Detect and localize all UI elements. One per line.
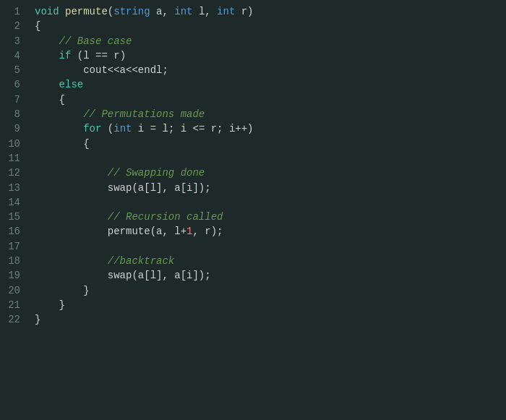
code-line-1: void permute(string a, int l, int r) [35, 4, 506, 19]
ln-10: 10 [0, 137, 26, 151]
code-line-19: swap(a[l], a[i]); [35, 268, 506, 283]
ln-18: 18 [0, 254, 26, 268]
ln-17: 17 [0, 239, 26, 254]
ln-16: 16 [0, 224, 26, 239]
code-line-5: cout<<a<<endl; [35, 63, 506, 77]
code-line-6: else [35, 77, 506, 92]
code-line-7: { [35, 93, 506, 107]
ln-15: 15 [0, 210, 26, 224]
ln-4: 4 [0, 48, 26, 63]
ln-19: 19 [0, 268, 26, 283]
ln-6: 6 [0, 77, 26, 92]
code-editor: 1 2 3 4 5 6 7 8 9 10 11 12 13 14 15 16 1… [0, 0, 506, 420]
code-line-16: permute(a, l+1, r); [35, 224, 506, 239]
code-line-14 [35, 195, 506, 210]
ln-12: 12 [0, 166, 26, 180]
ln-21: 21 [0, 298, 26, 312]
code-line-18: //backtrack [35, 254, 506, 268]
code-content[interactable]: void permute(string a, int l, int r) { /… [26, 0, 506, 420]
ln-14: 14 [0, 195, 26, 210]
code-line-3: // Base case [35, 34, 506, 48]
ln-20: 20 [0, 283, 26, 298]
ln-3: 3 [0, 34, 26, 48]
ln-8: 8 [0, 107, 26, 121]
ln-9: 9 [0, 121, 26, 136]
code-line-13: swap(a[l], a[i]); [35, 181, 506, 195]
code-line-12: // Swapping done [35, 166, 506, 180]
code-line-2: { [35, 19, 506, 33]
code-line-20: } [35, 283, 506, 298]
code-line-11 [35, 151, 506, 166]
code-line-15: // Recursion called [35, 210, 506, 224]
ln-11: 11 [0, 151, 26, 166]
ln-22: 22 [0, 312, 26, 327]
code-line-21: } [35, 298, 506, 312]
code-line-10: { [35, 137, 506, 151]
code-line-8: // Permutations made [35, 107, 506, 121]
ln-2: 2 [0, 19, 26, 33]
ln-13: 13 [0, 181, 26, 195]
ln-1: 1 [0, 4, 26, 19]
code-line-17 [35, 239, 506, 254]
code-line-22: } [35, 312, 506, 327]
ln-5: 5 [0, 63, 26, 77]
line-numbers: 1 2 3 4 5 6 7 8 9 10 11 12 13 14 15 16 1… [0, 0, 26, 420]
code-line-9: for (int i = l; i <= r; i++) [35, 121, 506, 136]
ln-7: 7 [0, 93, 26, 107]
code-line-4: if (l == r) [35, 48, 506, 63]
